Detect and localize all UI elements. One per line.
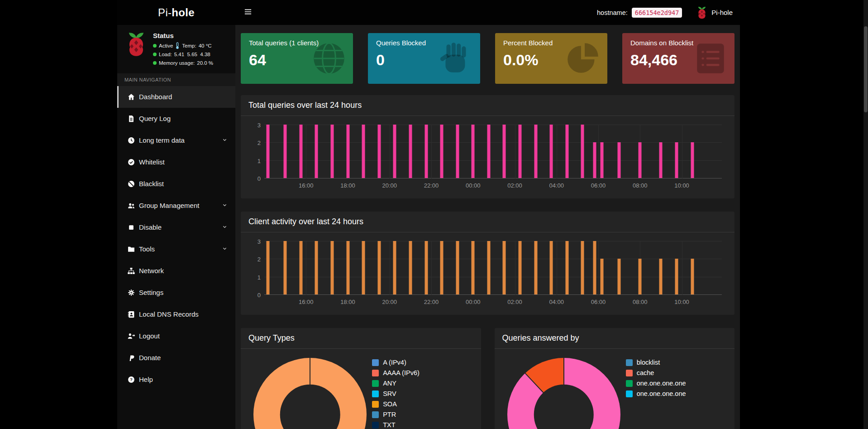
legend-item-txt[interactable]: TXT	[372, 421, 473, 429]
chart-bar	[456, 125, 459, 178]
x-axis-tick: 08:00	[633, 182, 648, 189]
main-content: Total queries (1 clients)64Queries Block…	[235, 25, 740, 429]
y-axis-tick: 0	[251, 292, 261, 299]
legend-item-ptr[interactable]: PTR	[372, 411, 473, 418]
x-axis-tick: 22:00	[424, 182, 439, 189]
legend-item-one-one-one-one[interactable]: one.one.one.one	[626, 380, 727, 387]
legend-swatch-icon	[626, 380, 633, 387]
query-types-chart[interactable]: A (IPv4)AAAA (IPv6)ANYSRVSOAPTRTXTNAPTR	[241, 349, 481, 429]
legend-label: PTR	[383, 411, 396, 418]
list-icon	[692, 39, 729, 77]
y-axis-tick: 3	[251, 122, 261, 129]
folder-icon	[127, 245, 139, 253]
sidebar-item-label: Query Log	[139, 115, 235, 122]
sidebar-item-logout[interactable]: Logout	[117, 325, 235, 347]
stat-card-queries-blocked[interactable]: Queries Blocked0	[368, 33, 480, 84]
bottom-panels-row: Query Types A (IPv4)AAAA (IPv6)ANYSRVSOA…	[241, 328, 734, 429]
chart-bar	[315, 241, 318, 294]
sidebar-item-help[interactable]: ?Help	[117, 369, 235, 390]
stat-card-total-queries-1-clients[interactable]: Total queries (1 clients)64	[241, 33, 353, 84]
brand-logo[interactable]: Pi-hole	[117, 0, 235, 25]
topbar: Pi-hole hostname: 666154e2d947 Pi-hole	[117, 0, 740, 25]
raspberry-icon	[696, 6, 707, 19]
file-icon	[127, 115, 139, 123]
sidebar-toggle-button[interactable]	[235, 0, 261, 25]
chart-bar	[440, 241, 444, 294]
sidebar-item-local-dns-records[interactable]: Local DNS Records	[117, 304, 235, 325]
sidebar-item-donate[interactable]: Donate	[117, 347, 235, 369]
queries-answered-by-chart[interactable]: blocklistcacheone.one.one.oneone.one.one…	[495, 349, 735, 429]
legend-swatch-icon	[626, 370, 633, 376]
sidebar-item-label: Dashboard	[139, 93, 235, 101]
client-activity-chart[interactable]: 012316:0018:0020:0022:0000:0002:0004:000…	[241, 232, 734, 315]
legend-item-soa[interactable]: SOA	[372, 400, 473, 408]
y-axis-tick: 1	[251, 274, 261, 280]
x-axis-tick: 18:00	[340, 299, 355, 305]
chart-bar	[565, 241, 568, 294]
sidebar-item-dashboard[interactable]: Dashboard	[117, 86, 235, 108]
topbar-app-name[interactable]: Pi-hole	[711, 9, 733, 16]
chart-bar	[600, 259, 603, 294]
panel-title: Queries answered by	[495, 328, 735, 349]
chart-bar	[618, 259, 621, 294]
chart-bar	[266, 241, 269, 294]
legend-item-blocklist[interactable]: blocklist	[626, 359, 727, 366]
y-axis-tick: 3	[251, 238, 261, 245]
chart-bar	[618, 142, 621, 178]
chart-bar	[659, 259, 663, 294]
sidebar-item-tools[interactable]: Tools	[117, 238, 235, 260]
sidebar-item-label: Settings	[139, 289, 235, 296]
chart-bar	[675, 142, 678, 178]
legend-item-aaaa-ipv6[interactable]: AAAA (IPv6)	[372, 369, 473, 376]
sidebar-item-long-term-data[interactable]: Long term data	[117, 130, 235, 151]
sidebar-item-query-log[interactable]: Query Log	[117, 108, 235, 130]
temp-value: 40 °C	[199, 42, 212, 50]
chart-bar	[362, 125, 365, 178]
legend-item-srv[interactable]: SRV	[372, 390, 473, 397]
chart-bar	[659, 142, 663, 178]
legend-item-a-ipv4[interactable]: A (IPv4)	[372, 359, 473, 366]
x-axis-tick: 06:00	[591, 182, 606, 189]
sidebar-item-label: Group Management	[139, 202, 221, 209]
sidebar-item-disable[interactable]: Disable	[117, 217, 235, 238]
legend-swatch-icon	[372, 370, 379, 376]
users-icon	[127, 202, 139, 210]
status-title: Status	[153, 32, 213, 39]
chart-bar	[639, 142, 642, 178]
hostname-label: hostname:	[597, 9, 628, 16]
sidebar-item-network[interactable]: Network	[117, 260, 235, 282]
legend-swatch-icon	[372, 390, 379, 397]
sidebar-item-group-management[interactable]: Group Management	[117, 195, 235, 217]
legend-item-cache[interactable]: cache	[626, 369, 727, 376]
svg-text:?: ?	[130, 377, 133, 382]
temp-label: Temp:	[182, 42, 196, 50]
total-queries-chart[interactable]: 012316:0018:0020:0022:0000:0002:0004:000…	[241, 116, 734, 198]
panel-queries-answered-by: Queries answered by blocklistcacheone.on…	[495, 328, 735, 429]
memory-value: 20.0 %	[197, 59, 213, 67]
y-axis-tick: 1	[251, 157, 261, 164]
chart-bar	[675, 259, 678, 294]
stat-card-percent-blocked[interactable]: Percent Blocked0.0%	[495, 33, 607, 84]
legend-item-any[interactable]: ANY	[372, 380, 473, 387]
chart-bar	[534, 241, 537, 294]
chart-legend: A (IPv4)AAAA (IPv6)ANYSRVSOAPTRTXTNAPTR	[372, 355, 473, 429]
legend-swatch-icon	[626, 359, 633, 366]
legend-item-one-one-one-one[interactable]: one.one.one.one	[626, 390, 727, 397]
hand-icon	[438, 39, 475, 77]
sidebar-item-settings[interactable]: Settings	[117, 282, 235, 304]
sidebar: Status Active Temp: 40 °C Load: 5.41 5.6…	[117, 25, 235, 429]
x-axis-tick: 08:00	[633, 299, 648, 305]
page-scrollbar[interactable]	[863, 0, 868, 429]
legend-swatch-icon	[372, 380, 379, 387]
sidebar-item-blacklist[interactable]: Blacklist	[117, 173, 235, 195]
sidebar-item-whitelist[interactable]: Whitelist	[117, 151, 235, 173]
legend-label: SRV	[383, 390, 396, 397]
bar-chart-plot: 012316:0018:0020:0022:0000:0002:0004:000…	[264, 241, 722, 295]
scrollbar-thumb[interactable]	[864, 26, 868, 112]
chart-bar	[284, 241, 287, 294]
panel-total-queries: Total queries over last 24 hours 012316:…	[241, 95, 734, 198]
chart-bar	[362, 241, 365, 294]
sidebar-item-label: Whitelist	[139, 158, 235, 166]
sidebar-item-label: Help	[139, 376, 235, 383]
stat-card-domains-on-blocklist[interactable]: Domains on Blocklist84,466	[622, 33, 734, 84]
